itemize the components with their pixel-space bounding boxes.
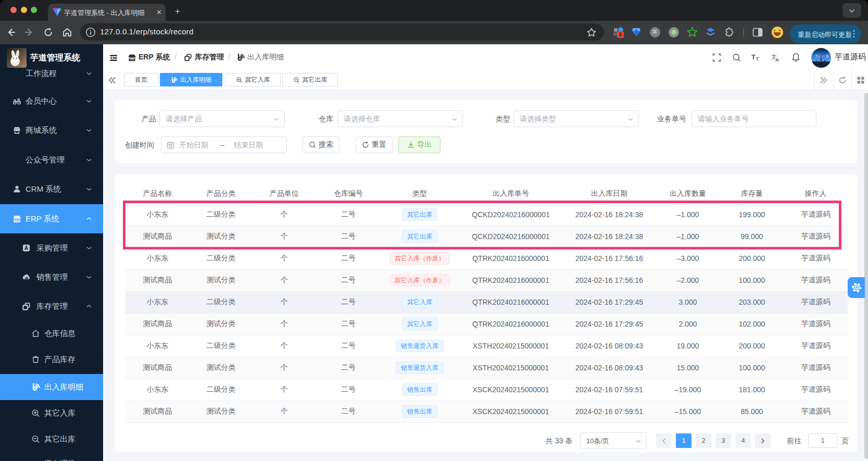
svg-text:A: A [775,57,779,62]
svg-text:T: T [751,54,756,61]
svg-text:文心一言: 文心一言 [815,54,829,58]
svg-text:T: T [756,56,759,61]
